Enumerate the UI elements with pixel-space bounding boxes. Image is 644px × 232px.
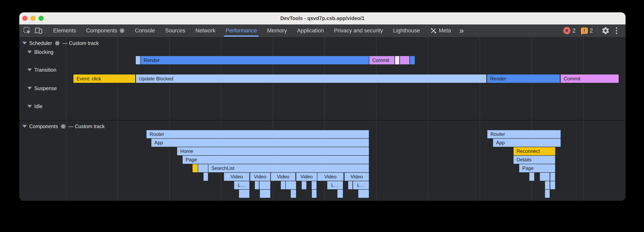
timeline-bar[interactable]: [204, 173, 208, 181]
tab-performance[interactable]: Performance: [220, 24, 262, 37]
tab-elements[interactable]: Elements: [48, 24, 81, 37]
timeline-bar[interactable]: [338, 190, 343, 198]
timeline-bar-video[interactable]: Video: [250, 173, 270, 181]
timeline-bar[interactable]: [198, 164, 208, 172]
more-tabs-icon[interactable]: »: [456, 26, 467, 35]
timeline-bar[interactable]: [136, 56, 140, 64]
timeline-bar[interactable]: [550, 181, 555, 189]
timeline-bar-l[interactable]: L…: [234, 181, 249, 189]
timeline-bar[interactable]: [529, 173, 534, 181]
timeline-bar[interactable]: [239, 190, 249, 198]
timeline-bar[interactable]: [550, 173, 555, 181]
row-label: Blocking: [34, 49, 54, 55]
timeline-bar-video[interactable]: Video: [224, 173, 249, 181]
timeline-bar-reconnect[interactable]: Reconnect: [514, 147, 555, 155]
timeline-bar-searchlist[interactable]: SearchList: [208, 164, 369, 172]
timeline-bar-router[interactable]: Router: [146, 130, 369, 138]
tab-label: Meta: [439, 27, 451, 34]
timeline-bar[interactable]: [395, 56, 399, 64]
timeline-bar[interactable]: [312, 190, 316, 198]
timeline-bar-app[interactable]: App: [151, 139, 369, 147]
toolbar-divider: [46, 27, 46, 34]
track-header-components[interactable]: Components — Custom track: [22, 123, 105, 129]
more-options-button[interactable]: [611, 25, 622, 36]
tab-application[interactable]: Application: [292, 24, 329, 37]
row-label: Suspense: [34, 85, 57, 91]
tab-label: Components: [86, 27, 117, 34]
titlebar: DevTools - qsvd7p.csb.app/video/1: [19, 12, 626, 24]
timeline-bar-video[interactable]: Video: [271, 173, 296, 181]
timeline-bar-update-blocked[interactable]: Update Blocked: [136, 75, 486, 83]
console-errors-badge[interactable]: × 2: [563, 27, 576, 34]
timeline-bar-home[interactable]: Home: [177, 147, 369, 155]
timeline-bar-details[interactable]: Details: [514, 156, 555, 164]
inspect-element-button[interactable]: [22, 25, 33, 36]
timeline-bar-render[interactable]: Render: [140, 56, 369, 64]
tab-console[interactable]: Console: [130, 24, 160, 37]
timeline-bar-l[interactable]: L…: [353, 181, 369, 189]
track-row-suspense[interactable]: Suspense: [28, 85, 57, 91]
tab-network[interactable]: Network: [190, 24, 220, 37]
timeline-bar-page[interactable]: Page: [182, 156, 369, 164]
timeline-bar[interactable]: [400, 56, 410, 64]
tab-sources[interactable]: Sources: [160, 24, 190, 37]
track-header-scheduler[interactable]: Scheduler — Custom track: [22, 40, 99, 46]
timeline-bar[interactable]: [358, 190, 369, 198]
timeline-bar[interactable]: [255, 181, 259, 189]
timeline-bar-router[interactable]: Router: [487, 130, 560, 138]
device-toolbar-button[interactable]: [33, 25, 44, 36]
timeline-bar-render[interactable]: Render: [487, 75, 560, 83]
tab-privacy-and-security[interactable]: Privacy and security: [329, 24, 388, 37]
timeline-bar[interactable]: [281, 181, 285, 189]
tab-label: Privacy and security: [334, 27, 383, 34]
tab-label: Sources: [165, 27, 185, 34]
timeline-bar-video[interactable]: Video: [344, 173, 369, 181]
track-row-blocking[interactable]: Blocking: [28, 49, 54, 55]
device-toolbar-icon: [34, 26, 43, 35]
track-type-label: — Custom track: [62, 40, 99, 46]
timeline-bar-app[interactable]: App: [493, 139, 560, 147]
track-row-idle[interactable]: Idle: [28, 103, 42, 109]
issues-badge[interactable]: ! 2: [581, 27, 593, 34]
devtools-window: DevTools - qsvd7p.csb.app/video/1 Elemen…: [19, 12, 626, 201]
issue-count: 2: [590, 27, 593, 34]
timeline-bar-commit[interactable]: Commit: [560, 75, 619, 83]
timeline-bar[interactable]: [540, 173, 550, 181]
minimize-window-button[interactable]: [30, 16, 36, 21]
timeline-bar[interactable]: [302, 181, 306, 189]
timeline-bar[interactable]: [260, 181, 270, 189]
timeline-bar[interactable]: [348, 181, 352, 189]
tab-label: Console: [135, 27, 155, 34]
close-window-button[interactable]: [22, 16, 28, 21]
timeline-bar-l[interactable]: L…: [327, 181, 343, 189]
atom-icon: [119, 28, 125, 33]
timeline-bar[interactable]: [291, 190, 296, 198]
track-type-label: — Custom track: [68, 123, 105, 129]
timeline-bar-video[interactable]: Video: [296, 173, 317, 181]
timeline-bar[interactable]: [260, 190, 270, 198]
timeline-bar[interactable]: [286, 181, 296, 189]
timeline-bar[interactable]: [312, 181, 316, 189]
tab-meta[interactable]: Meta: [425, 24, 456, 37]
tab-memory[interactable]: Memory: [262, 24, 292, 37]
maximize-window-button[interactable]: [38, 16, 44, 21]
gear-icon: [602, 26, 610, 35]
track-row-transition[interactable]: Transition: [28, 67, 56, 73]
collapse-triangle-icon: [28, 105, 32, 108]
timeline-bar[interactable]: [192, 164, 198, 172]
atom-icon: [60, 124, 66, 129]
timeline-bar-event-click[interactable]: Event: click: [74, 75, 135, 83]
issue-icon: !: [581, 27, 588, 34]
timeline-bar-video[interactable]: Video: [317, 173, 344, 181]
timeline-bar[interactable]: [545, 181, 550, 189]
row-label: Idle: [34, 104, 42, 109]
timeline-bar-commit[interactable]: Commit: [369, 56, 394, 64]
window-title: DevTools - qsvd7p.csb.app/video/1: [280, 15, 364, 21]
tab-components[interactable]: Components: [81, 24, 130, 37]
collapse-triangle-icon: [28, 68, 32, 71]
timeline-bar[interactable]: [545, 190, 550, 198]
tab-lighthouse[interactable]: Lighthouse: [388, 24, 425, 37]
settings-button[interactable]: [600, 25, 611, 36]
timeline-bar[interactable]: [410, 56, 415, 64]
timeline-bar-page[interactable]: Page: [519, 164, 555, 172]
